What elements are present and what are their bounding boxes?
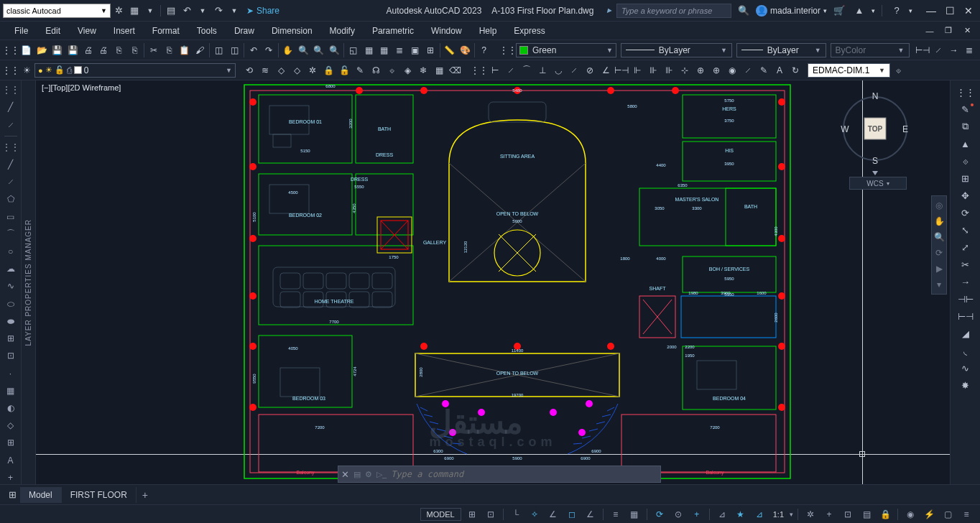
tab-layout[interactable]: FIRST FLOOR [62,487,137,503]
otrack-icon[interactable]: ∠ [583,507,598,522]
mirror-icon[interactable]: ▲ [956,136,975,151]
zoom-icon[interactable]: 🔍 [295,42,311,58]
drawing-canvas[interactable]: [−][Top][2D Wireframe] [36,80,950,484]
design-center-icon[interactable]: ▦ [361,42,376,58]
inspect-icon[interactable]: ◉ [724,63,740,78]
close-button[interactable]: ✕ [960,4,977,17]
search-input[interactable]: Type a keyword or phrase [616,4,731,18]
minimize-button[interactable]: — [923,4,940,17]
array-icon[interactable]: ⊞ [956,171,975,185]
stretch-icon[interactable]: ⤢ [956,240,975,254]
chevron-down-icon[interactable]: ▾ [909,7,912,14]
insert-block-icon[interactable]: ⊞ [4,332,18,345]
ortho-icon[interactable]: └ [508,507,524,522]
isolate-icon[interactable]: ◉ [902,507,918,522]
rotate-icon[interactable]: ⟳ [956,205,975,220]
layer-walk-icon[interactable]: ◈ [399,63,415,78]
tolerance-icon[interactable]: ⊕ [693,63,708,78]
user-chip[interactable]: 👤 mada.interior ▾ [756,5,827,17]
dim-break-icon[interactable]: ⊹ [677,63,693,78]
dim-jogged-icon[interactable]: ⟋ [566,63,582,78]
annotation-monitor-icon[interactable]: + [821,507,837,522]
units-icon[interactable]: ⊡ [840,507,856,522]
dim-continue-icon[interactable]: → [946,42,962,58]
quickcalc-icon[interactable]: ⊞ [422,42,438,58]
dimstyle-icon[interactable]: ⟐ [890,63,906,78]
chevron-down-icon[interactable]: ▾ [790,511,793,518]
polyline-icon[interactable]: ⟋ [4,118,18,131]
view-cube[interactable]: N S W E TOP [839,89,911,175]
linetype-selector[interactable]: ByLayer ▼ [621,43,732,57]
cart-icon[interactable]: 🛒 [833,4,846,17]
dim-radius-icon[interactable]: ◡ [550,63,566,78]
workspace-switch-icon[interactable]: ✲ [803,507,818,522]
menu-help[interactable]: Help [471,24,506,38]
make-block-icon[interactable]: ⊡ [4,349,18,362]
spline-icon[interactable]: ∿ [4,279,18,292]
polar-icon[interactable]: ✧ [527,507,542,522]
doc-minimize-button[interactable]: — [921,24,938,37]
grip-icon[interactable]: ⋮⋮ [471,63,487,78]
apps-icon[interactable]: ▲ [853,4,866,17]
dim-text-edit-icon[interactable]: A [772,63,787,78]
transparency-icon[interactable]: ▦ [627,507,642,522]
workspace-selector[interactable]: classic Autocad ▼ [3,4,111,18]
layer-freeze-icon[interactable]: ✲ [305,63,320,78]
grip-icon[interactable]: ⋮⋮ [3,63,19,78]
dim-edit-icon[interactable]: ✎ [756,63,772,78]
grip-icon[interactable]: ⋮⋮ [4,141,18,154]
history-icon[interactable]: ▤ [353,470,361,479]
lineweight-icon[interactable]: ≡ [608,507,624,522]
polygon-icon[interactable]: ⬠ [4,193,18,205]
plot-icon[interactable]: ⎘ [127,42,143,58]
dim-angular-icon[interactable]: ∠ [598,63,614,78]
table-icon[interactable]: ⊞ [4,436,18,449]
annotation-icon[interactable]: ⊿ [714,507,730,522]
command-input[interactable] [391,469,657,479]
pan-nav-icon[interactable]: ✋ [933,215,946,228]
dim-linear2-icon[interactable]: ⊢ [487,63,503,78]
grip-icon[interactable]: ⋮⋮ [4,83,18,96]
pan-icon[interactable]: ✋ [280,42,296,58]
plotstyle-selector[interactable]: ByColor ▼ [831,43,910,57]
saveas-icon[interactable]: 💾 [65,42,81,58]
dim-space-icon[interactable]: ⊪ [661,63,677,78]
join-icon[interactable]: ⊢⊣ [956,309,975,323]
scale-icon[interactable]: ⤡ [956,223,975,237]
match-icon[interactable]: 🖌 [192,42,208,58]
layer-copy-icon[interactable]: ⟐ [384,63,399,78]
revcloud-icon[interactable]: ☁ [4,262,18,275]
offset-icon[interactable]: ⟐ [956,154,975,168]
chevron-down-icon[interactable]: ▼ [144,4,157,17]
rectangle-icon[interactable]: ▭ [4,210,18,223]
list-icon[interactable]: ≣ [961,42,977,58]
osnap-icon[interactable]: ◻ [564,507,580,522]
menu-parametric[interactable]: Parametric [364,24,422,38]
move-icon[interactable]: ✥ [956,188,975,203]
space-button[interactable]: MODEL [420,508,461,521]
mtext-icon[interactable]: A [4,454,18,467]
dim-ordinate-icon[interactable]: ⊥ [535,63,550,78]
erase-icon[interactable]: ✎ [956,102,975,116]
menu-edit[interactable]: Edit [37,24,69,38]
help-icon[interactable]: ? [890,4,903,17]
print-preview-icon[interactable]: 🖨 [96,42,112,58]
dim-quick-icon[interactable]: ⊢⊣ [614,63,629,78]
layer-previous-icon[interactable]: ⟲ [241,63,257,78]
layer-merge-icon[interactable]: ▦ [431,63,447,78]
cycling-icon[interactable]: ⟳ [652,507,667,522]
dyn-input-icon[interactable]: + [689,507,705,522]
dim-continue2-icon[interactable]: ⊪ [645,63,661,78]
measure-icon[interactable]: 📏 [442,42,458,58]
layer-selector[interactable]: ● ☀ 🔓 ⎙ 0 ▼ [34,63,236,78]
fillet-icon[interactable]: ◟ [956,343,975,358]
publish-icon[interactable]: ⎘ [111,42,127,58]
layer-match-icon[interactable]: ✎ [352,63,368,78]
doc-close-button[interactable]: ✕ [958,24,976,37]
menu-draw[interactable]: Draw [226,24,263,38]
anno-visibility-icon[interactable]: ★ [733,507,749,522]
menu-window[interactable]: Window [422,24,471,38]
close-icon[interactable]: ✕ [341,469,349,480]
sheet-set-icon[interactable]: ≣ [392,42,407,58]
dim-update-icon[interactable]: ↻ [787,63,803,78]
